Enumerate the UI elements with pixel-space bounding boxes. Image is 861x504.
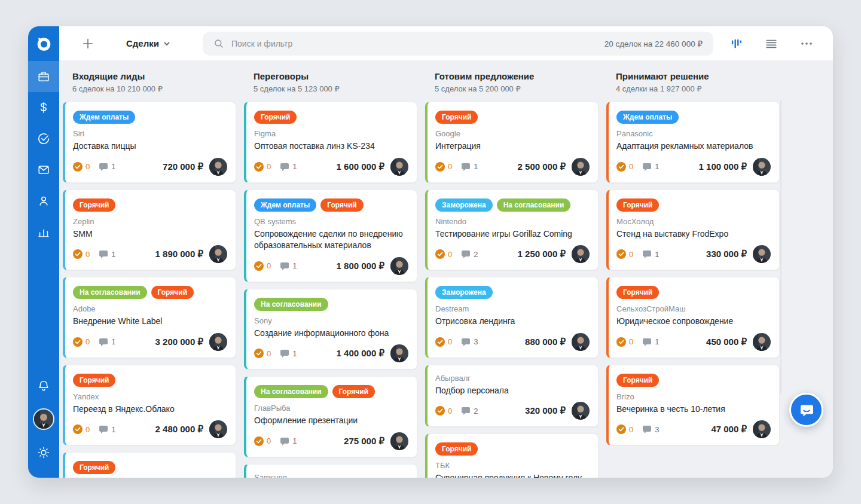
add-deal-button[interactable] bbox=[81, 36, 95, 51]
chevron-down-icon bbox=[163, 40, 170, 47]
deal-card[interactable]: Горячий МосХолод Стенд на выставку FrodE… bbox=[606, 190, 780, 271]
status-badge: Ждем оплаты bbox=[254, 198, 316, 212]
deal-footer: 0 1 1 800 000 ₽ bbox=[254, 257, 408, 275]
sidebar-item-finance[interactable] bbox=[28, 92, 59, 123]
status-badge: Заморожена bbox=[435, 286, 493, 299]
deal-footer: 0 1 2 500 000 ₽ bbox=[435, 158, 590, 176]
deal-card[interactable]: Горячий Zeplin SMM 0 1 1 890 000 ₽ bbox=[63, 190, 236, 271]
notifications-button[interactable] bbox=[28, 369, 59, 402]
deal-card[interactable]: Ждем оплаты Panasonic Адаптация рекламны… bbox=[606, 102, 780, 183]
kanban-view-button[interactable] bbox=[730, 37, 743, 50]
deal-footer: 0 1 450 000 ₽ bbox=[616, 333, 771, 351]
comments-count: 1 bbox=[655, 162, 659, 171]
deal-card[interactable]: Ждем оплаты Siri Доставка пиццы 0 1 720 … bbox=[63, 102, 236, 183]
task-check-icon bbox=[435, 406, 445, 416]
deal-title: SMM bbox=[73, 228, 227, 240]
board-column: Принимают решение 4 сделки на 1 927 000 … bbox=[606, 71, 780, 445]
deal-card[interactable]: Заморожена Destream Отрисовка лендинга 0… bbox=[425, 277, 599, 358]
deal-amount: 1 100 000 ₽ bbox=[699, 161, 747, 172]
sidebar-item-deals[interactable] bbox=[28, 61, 59, 92]
deal-amount: 320 000 ₽ bbox=[525, 405, 566, 416]
board-column: Готовим предложение 5 сделок на 5 200 00… bbox=[425, 71, 599, 478]
deal-card[interactable]: Горячий СельхозСтройМаш Юридическое сопр… bbox=[606, 277, 780, 358]
settings-button[interactable] bbox=[28, 436, 59, 469]
more-options-button[interactable] bbox=[799, 36, 814, 51]
list-view-button[interactable] bbox=[765, 37, 778, 50]
comment-icon bbox=[280, 162, 289, 172]
column-header: Переговоры 5 сделок на 5 123 000 ₽ bbox=[244, 71, 417, 93]
sidebar-nav bbox=[28, 61, 59, 248]
deal-card[interactable]: Samsung Рекламная кампания в соц. сетях … bbox=[244, 464, 417, 478]
search-bar[interactable]: 20 сделок на 22 460 000 ₽ bbox=[203, 32, 713, 56]
view-toggles bbox=[730, 36, 814, 51]
check-circle-icon bbox=[37, 132, 50, 145]
assignee-avatar bbox=[209, 420, 227, 438]
deal-footer: 0 1 3 200 000 ₽ bbox=[73, 333, 227, 351]
comments-count: 1 bbox=[655, 250, 659, 259]
sidebar-item-contacts[interactable] bbox=[28, 185, 59, 216]
tasks-count: 0 bbox=[86, 162, 90, 171]
deal-footer: 0 1 1 400 000 ₽ bbox=[254, 344, 408, 362]
column-cards: Горячий Figma Оптовая поставка линз KS-2… bbox=[244, 102, 417, 478]
comment-icon bbox=[461, 249, 471, 259]
deal-footer: 0 1 2 480 000 ₽ bbox=[73, 420, 227, 438]
task-check-icon bbox=[254, 349, 264, 358]
bar-chart-icon bbox=[37, 225, 50, 239]
topbar: Сделки 20 сделок на 22 460 000 ₽ bbox=[59, 26, 833, 60]
deal-footer: 0 1 1 100 000 ₽ bbox=[616, 158, 771, 176]
board-switcher[interactable]: Сделки bbox=[126, 38, 170, 48]
deal-company: Siri bbox=[73, 129, 227, 138]
status-badge: Горячий bbox=[616, 286, 659, 299]
status-badge: Горячий bbox=[435, 111, 478, 124]
deal-card[interactable]: Горячий Brizo Вечеринка в честь 10-летия… bbox=[606, 365, 780, 446]
deal-card[interactable]: Горячий Sketch Система оценки 360 0 1 1 … bbox=[63, 452, 236, 478]
badge-row: На согласованииГорячий bbox=[254, 385, 408, 398]
tasks-count: 0 bbox=[629, 425, 633, 434]
sidebar-item-tasks[interactable] bbox=[28, 123, 59, 154]
status-badge: На согласовании bbox=[73, 286, 147, 299]
deal-card[interactable]: Горячий Yandex Переезд в Яндекс.Облако 0… bbox=[63, 365, 236, 446]
deal-card[interactable]: Горячий Figma Оптовая поставка линз KS-2… bbox=[244, 102, 417, 183]
column-header: Принимают решение 4 сделки на 1 927 000 … bbox=[606, 71, 780, 93]
task-check-icon bbox=[435, 337, 445, 347]
chat-widget-button[interactable] bbox=[789, 393, 823, 427]
comment-icon bbox=[461, 406, 471, 416]
deal-title: Стенд на выставку FrodExpo bbox=[616, 228, 771, 240]
comments-count: 1 bbox=[111, 337, 115, 346]
task-check-icon bbox=[616, 162, 626, 172]
sidebar-item-analytics[interactable] bbox=[28, 216, 59, 248]
deal-company: Yandex bbox=[73, 392, 227, 401]
deal-card[interactable]: На согласованииГорячий ГлавРыба Оформлен… bbox=[244, 376, 417, 457]
plus-icon bbox=[81, 37, 94, 50]
mail-icon bbox=[37, 163, 50, 176]
deal-card[interactable]: Абырвалг Подбор персонала 0 2 320 000 ₽ bbox=[425, 365, 599, 427]
deal-company: Adobe bbox=[73, 304, 227, 313]
deal-card[interactable]: Горячий Google Интеграция 0 1 2 500 000 … bbox=[425, 102, 599, 183]
deal-card[interactable]: Горячий ТБК Сувенирная продукция к Новом… bbox=[425, 433, 599, 478]
deal-amount: 275 000 ₽ bbox=[344, 436, 384, 447]
deal-card[interactable]: Ждем оплатыГорячий QB systems Сопровожде… bbox=[244, 190, 417, 282]
deal-card[interactable]: На согласованииГорячий Adobe Внедрение W… bbox=[63, 277, 236, 358]
app-logo[interactable] bbox=[28, 26, 59, 61]
search-input[interactable] bbox=[231, 39, 597, 48]
sidebar-bottom bbox=[28, 369, 59, 478]
badge-row: Ждем оплаты bbox=[73, 111, 227, 124]
profile-avatar-button[interactable] bbox=[28, 402, 59, 436]
sidebar-item-mail[interactable] bbox=[28, 154, 59, 185]
chat-bubble-icon bbox=[798, 402, 815, 419]
deal-card[interactable]: На согласовании Sony Создание информацио… bbox=[244, 289, 417, 370]
deal-title: Создание информационного фона bbox=[254, 328, 408, 340]
task-check-icon bbox=[73, 249, 83, 259]
bell-icon bbox=[37, 379, 50, 392]
tasks-count: 0 bbox=[448, 162, 452, 171]
deal-card[interactable]: ЗамороженаНа согласовании Nintendo Тести… bbox=[425, 190, 599, 271]
sidebar bbox=[28, 26, 59, 478]
comments-count: 1 bbox=[655, 337, 659, 346]
column-subtitle: 6 сделок на 10 210 000 ₽ bbox=[72, 84, 227, 93]
board-column: Переговоры 5 сделок на 5 123 000 ₽ Горяч… bbox=[244, 71, 417, 478]
page-title: Сделки bbox=[126, 38, 159, 48]
deals-summary: 20 сделок на 22 460 000 ₽ bbox=[604, 39, 703, 48]
assignee-avatar bbox=[390, 344, 408, 362]
deal-title: Внедрение White Label bbox=[73, 316, 227, 328]
deal-title: Интеграция bbox=[435, 140, 590, 152]
